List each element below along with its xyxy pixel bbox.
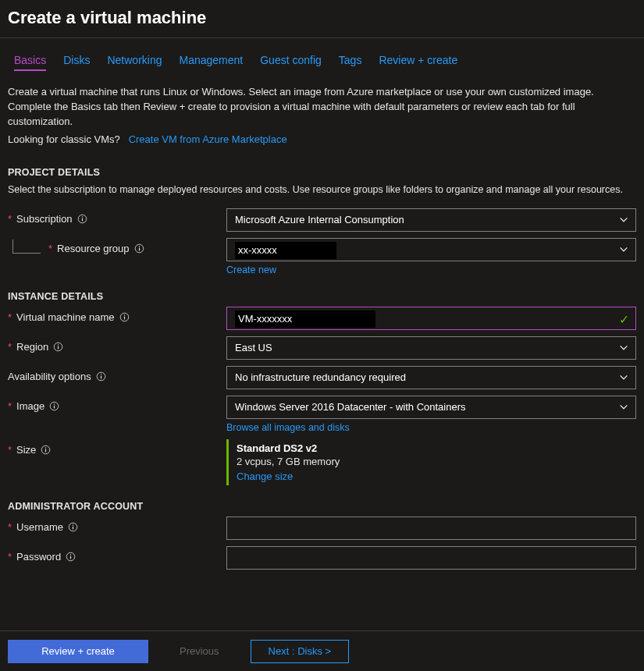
info-icon[interactable] — [119, 312, 130, 322]
page-title: Create a virtual machine — [8, 8, 636, 28]
svg-rect-22 — [73, 526, 73, 529]
admin-account-heading: ADMINISTRATOR ACCOUNT — [8, 501, 636, 512]
resource-group-label: Resource group — [57, 243, 130, 254]
project-details-heading: PROJECT DETAILS — [8, 167, 636, 178]
info-icon[interactable] — [96, 371, 106, 382]
subscription-value: Microsoft Azure Internal Consumption — [235, 214, 404, 225]
username-label: Username — [16, 521, 63, 533]
svg-rect-16 — [54, 405, 55, 408]
project-details-desc: Select the subscription to manage deploy… — [8, 183, 636, 197]
image-select[interactable]: Windows Server 2016 Datacenter - with Co… — [226, 396, 636, 419]
required-marker: * — [48, 243, 52, 254]
required-marker: * — [8, 551, 12, 563]
instance-details-heading: INSTANCE DETAILS — [8, 291, 636, 302]
svg-rect-8 — [123, 314, 124, 315]
chevron-down-icon — [618, 244, 629, 257]
resource-group-value: xx-xxxxx — [235, 242, 336, 259]
svg-rect-10 — [58, 346, 59, 349]
resource-group-select[interactable]: xx-xxxxx — [226, 238, 636, 261]
availability-select[interactable]: No infrastructure redundancy required — [226, 366, 636, 389]
subscription-label: Subscription — [16, 213, 73, 225]
region-label: Region — [16, 341, 48, 353]
tree-branch-icon — [12, 240, 41, 254]
chevron-down-icon — [618, 343, 629, 356]
password-input[interactable] — [226, 546, 636, 570]
svg-rect-25 — [70, 556, 71, 559]
info-icon[interactable] — [68, 522, 78, 532]
availability-value: No infrastructure redundancy required — [235, 371, 406, 383]
classic-vms-question: Looking for classic VMs? — [8, 133, 120, 145]
vm-name-label: Virtual machine name — [16, 311, 115, 323]
image-label: Image — [16, 400, 44, 412]
required-marker: * — [8, 521, 12, 533]
password-label: Password — [16, 551, 61, 563]
required-marker: * — [8, 444, 12, 456]
info-icon[interactable] — [41, 445, 51, 455]
size-name: Standard DS2 v2 — [237, 442, 636, 454]
browse-images-link[interactable]: Browse all images and disks — [226, 422, 350, 433]
tab-basics[interactable]: Basics — [14, 54, 46, 71]
tabs: Basics Disks Networking Management Guest… — [8, 38, 636, 79]
svg-rect-17 — [54, 403, 55, 404]
svg-rect-11 — [58, 344, 59, 345]
svg-rect-4 — [138, 247, 139, 250]
tab-tags[interactable]: Tags — [339, 54, 362, 71]
svg-rect-2 — [82, 216, 83, 217]
required-marker: * — [8, 341, 12, 353]
svg-rect-5 — [138, 246, 139, 247]
region-value: East US — [235, 342, 272, 353]
create-new-rg-link[interactable]: Create new — [226, 264, 276, 275]
required-marker: * — [8, 400, 12, 412]
info-icon[interactable] — [49, 401, 59, 411]
size-desc: 2 vcpus, 7 GB memory — [237, 456, 636, 467]
check-icon: ✓ — [619, 312, 629, 327]
svg-rect-19 — [45, 449, 46, 452]
size-box: Standard DS2 v2 2 vcpus, 7 GB memory Cha… — [226, 439, 636, 485]
region-select[interactable]: East US — [226, 336, 636, 360]
create-vm-marketplace-link[interactable]: Create VM from Azure Marketplace — [129, 133, 287, 145]
vm-name-input[interactable]: VM-xxxxxxx ✓ — [226, 307, 636, 330]
next-disks-button[interactable]: Next : Disks > — [251, 640, 350, 663]
info-icon[interactable] — [66, 552, 76, 562]
required-marker: * — [8, 311, 12, 323]
subscription-select[interactable]: Microsoft Azure Internal Consumption — [226, 208, 636, 232]
chevron-down-icon — [618, 372, 629, 385]
info-icon[interactable] — [53, 342, 63, 352]
svg-rect-1 — [82, 218, 83, 221]
svg-rect-14 — [101, 374, 101, 375]
tab-management[interactable]: Management — [180, 54, 244, 71]
svg-rect-13 — [101, 375, 101, 378]
vm-name-value: VM-xxxxxxx — [235, 311, 375, 328]
image-value: Windows Server 2016 Datacenter - with Co… — [235, 401, 466, 413]
username-input[interactable] — [226, 517, 636, 540]
tab-guest-config[interactable]: Guest config — [260, 54, 322, 71]
chevron-down-icon — [618, 402, 629, 415]
svg-rect-7 — [123, 316, 124, 319]
required-marker: * — [8, 213, 12, 225]
tab-review-create[interactable]: Review + create — [379, 54, 457, 71]
chevron-down-icon — [618, 215, 629, 228]
previous-button: Previous — [162, 640, 237, 663]
tab-disks[interactable]: Disks — [63, 54, 90, 71]
info-icon[interactable] — [134, 243, 144, 254]
review-create-button[interactable]: Review + create — [8, 640, 148, 663]
intro-text: Create a virtual machine that runs Linux… — [8, 85, 636, 130]
availability-label: Availability options — [8, 371, 91, 382]
svg-rect-20 — [45, 447, 46, 448]
size-label: Size — [16, 444, 36, 456]
svg-rect-23 — [73, 524, 73, 525]
svg-rect-26 — [70, 554, 71, 555]
change-size-link[interactable]: Change size — [237, 470, 293, 482]
tab-networking[interactable]: Networking — [107, 54, 162, 71]
info-icon[interactable] — [77, 214, 87, 224]
